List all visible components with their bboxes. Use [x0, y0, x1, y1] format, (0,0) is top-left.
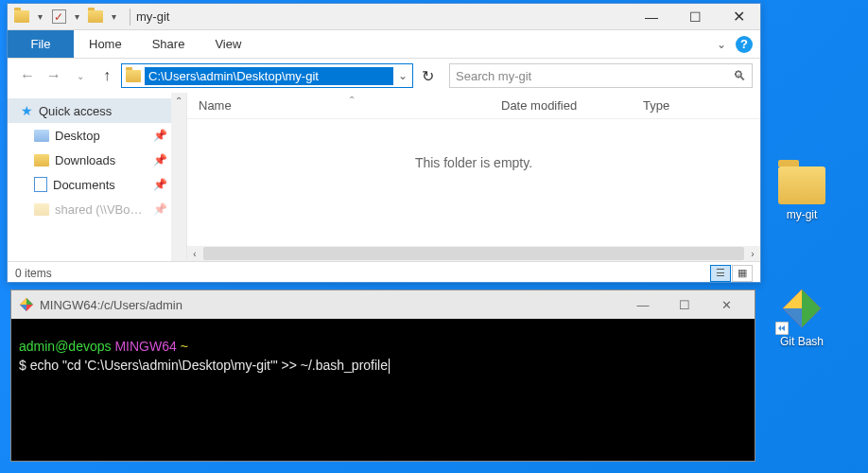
navigation-pane: ★ Quick access Desktop 📌 Downloads 📌 Doc… — [8, 93, 187, 261]
sidebar-item-label: shared (\\VBo… — [55, 202, 143, 217]
sidebar-item-desktop[interactable]: Desktop 📌 — [8, 123, 186, 148]
new-folder-icon[interactable] — [85, 7, 106, 27]
item-count: 0 items — [15, 267, 52, 280]
refresh-button[interactable]: ↻ — [415, 63, 440, 88]
navigation-bar: ← → ⌄ ↑ C:\Users\admin\Desktop\my-git ⌄ … — [8, 59, 760, 93]
sidebar-item-label: Desktop — [55, 129, 100, 143]
terminal-minimize-button[interactable]: — — [622, 291, 664, 318]
sidebar-item-documents[interactable]: Documents 📌 — [8, 172, 186, 197]
search-box[interactable]: Search my-git 🔍︎ — [449, 63, 753, 88]
scroll-left-icon[interactable]: ‹ — [187, 246, 202, 261]
status-bar: 0 items ☰ ▦ — [8, 261, 760, 284]
document-icon — [34, 177, 47, 192]
address-dropdown-icon[interactable]: ⌄ — [393, 69, 412, 82]
prompt-system: MINGW64 — [114, 339, 176, 354]
scroll-right-icon[interactable]: › — [745, 246, 760, 261]
minimize-button[interactable]: — — [630, 4, 673, 30]
body-area: ★ Quick access Desktop 📌 Downloads 📌 Doc… — [8, 93, 760, 261]
terminal-window: MINGW64:/c/Users/admin — ☐ ✕ admin@devop… — [10, 289, 755, 462]
folder-icon — [34, 130, 49, 142]
terminal-title: MINGW64:/c/Users/admin — [40, 298, 182, 312]
forward-button[interactable]: → — [42, 63, 66, 88]
quick-access-label: Quick access — [39, 104, 112, 118]
desktop-gitbash-label: Git Bash — [766, 335, 838, 348]
column-headers: Name Date modified Type — [187, 93, 760, 119]
desktop-shortcut-gitbash[interactable]: Git Bash — [766, 286, 838, 348]
close-button[interactable]: ✕ — [717, 4, 760, 30]
prompt-user: admin@devops — [19, 339, 112, 354]
sidebar-item-label: Documents — [53, 178, 115, 192]
mingw-icon — [19, 297, 34, 312]
command-text: echo "cd 'C:\Users\admin\Desktop\my-git'… — [30, 358, 388, 373]
large-icons-view-button[interactable]: ▦ — [732, 265, 753, 282]
window-title: my-git — [136, 9, 169, 24]
command-line: $ echo "cd 'C:\Users\admin\Desktop\my-gi… — [19, 357, 747, 376]
horizontal-scrollbar[interactable]: ‹ › — [187, 246, 760, 261]
cursor — [389, 359, 390, 374]
scroll-up-icon[interactable]: ⌃ — [171, 93, 186, 108]
column-date[interactable]: Date modified — [490, 98, 632, 113]
column-type[interactable]: Type — [632, 98, 681, 113]
maximize-button[interactable]: ☐ — [673, 4, 717, 30]
properties-checkbox-icon[interactable]: ✓ — [48, 7, 69, 27]
prompt-line: admin@devops MINGW64 ~ — [19, 338, 747, 357]
star-icon: ★ — [21, 103, 33, 118]
help-icon[interactable]: ? — [736, 36, 753, 53]
folder-icon — [34, 154, 49, 166]
svg-marker-8 — [20, 298, 26, 305]
quick-access-root[interactable]: ★ Quick access — [8, 98, 186, 123]
svg-marker-6 — [26, 298, 33, 305]
sidebar-item-label: Downloads — [55, 153, 115, 167]
ribbon-expand-icon[interactable]: ⌄ — [717, 38, 726, 51]
search-placeholder[interactable]: Search my-git — [456, 69, 733, 83]
quick-access-toolbar: ▾ ✓ ▾ ▾ — [8, 7, 124, 27]
folder-icon — [34, 203, 49, 216]
file-tab[interactable]: File — [8, 30, 74, 58]
qat-customize-icon[interactable]: ▾ — [108, 11, 120, 22]
scroll-track[interactable] — [203, 247, 744, 260]
address-path[interactable]: C:\Users\admin\Desktop\my-git — [145, 67, 393, 85]
address-folder-icon — [122, 70, 145, 82]
tab-home[interactable]: Home — [74, 30, 137, 58]
address-bar[interactable]: C:\Users\admin\Desktop\my-git ⌄ — [121, 63, 413, 88]
ribbon-tabs: File Home Share View ⌄ ? — [8, 30, 760, 59]
search-icon[interactable]: 🔍︎ — [733, 68, 746, 83]
pin-icon: 📌 — [153, 153, 167, 166]
file-explorer-window: ▾ ✓ ▾ ▾ my-git — ☐ ✕ File Home Share Vie… — [7, 3, 761, 283]
svg-marker-1 — [802, 289, 821, 327]
pin-icon: 📌 — [153, 202, 167, 216]
empty-folder-message: This folder is empty. — [187, 119, 760, 170]
svg-marker-7 — [20, 305, 26, 311]
back-button[interactable]: ← — [15, 63, 40, 88]
sort-indicator-icon: ⌃ — [348, 95, 356, 105]
titlebar[interactable]: ▾ ✓ ▾ ▾ my-git — ☐ ✕ — [8, 4, 760, 30]
qat-dropdown-icon[interactable]: ▾ — [34, 11, 46, 22]
terminal-maximize-button[interactable]: ☐ — [664, 291, 705, 318]
terminal-close-button[interactable]: ✕ — [705, 291, 747, 318]
qat-dropdown2-icon[interactable]: ▾ — [71, 11, 83, 22]
tab-share[interactable]: Share — [137, 30, 200, 58]
folder-icon — [778, 166, 825, 204]
up-button[interactable]: ↑ — [95, 63, 119, 88]
tab-view[interactable]: View — [200, 30, 256, 58]
details-view-button[interactable]: ☰ — [710, 265, 731, 282]
separator — [130, 9, 130, 26]
prompt-path: ~ — [181, 339, 188, 354]
folder-icon — [11, 7, 32, 27]
terminal-content[interactable]: admin@devops MINGW64 ~ $ echo "cd 'C:\Us… — [11, 319, 755, 461]
gitbash-icon — [779, 286, 825, 331]
desktop-folder-mygit[interactable]: my-git — [766, 166, 838, 221]
content-area: ⌃ Name Date modified Type This folder is… — [187, 93, 760, 261]
sidebar-item-shared[interactable]: shared (\\VBo… 📌 — [8, 197, 186, 221]
sidebar-item-downloads[interactable]: Downloads 📌 — [8, 148, 186, 172]
desktop-folder-label: my-git — [766, 208, 838, 221]
pin-icon: 📌 — [153, 129, 167, 142]
nav-scrollbar[interactable]: ⌃ — [171, 93, 186, 261]
svg-marker-3 — [783, 289, 802, 308]
column-name[interactable]: Name — [187, 98, 490, 113]
terminal-titlebar[interactable]: MINGW64:/c/Users/admin — ☐ ✕ — [11, 290, 755, 319]
pin-icon: 📌 — [153, 178, 167, 191]
recent-dropdown-icon[interactable]: ⌄ — [68, 63, 93, 88]
